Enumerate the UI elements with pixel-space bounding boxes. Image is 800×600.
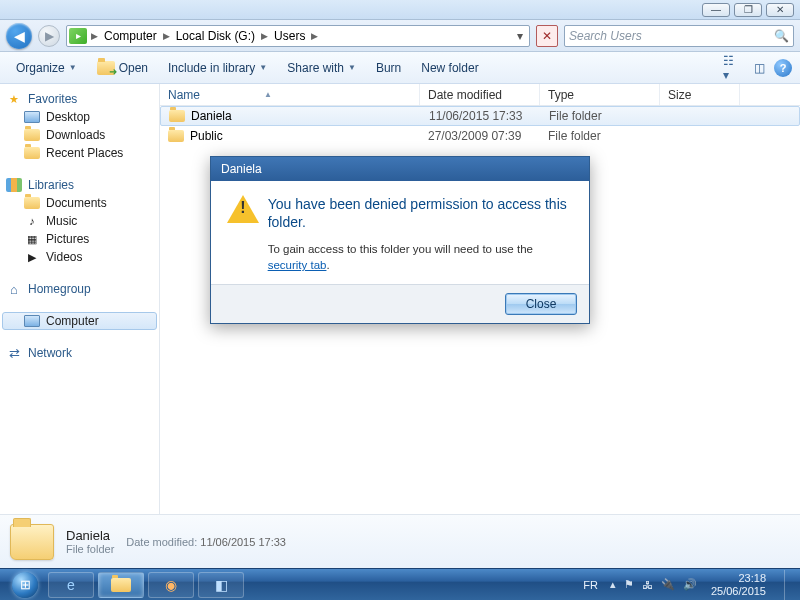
col-type[interactable]: Type <box>540 84 660 105</box>
view-options-button[interactable]: ☷ ▾ <box>722 59 744 77</box>
chevron-down-icon: ▼ <box>69 63 77 72</box>
file-row[interactable]: Daniela 11/06/2015 17:33 File folder <box>160 106 800 126</box>
taskbar: e ◉ ◧ FR ▴ ⚑ 🖧 🔌 🔊 23:18 25/06/2015 <box>0 568 800 600</box>
access-denied-dialog: Daniela You have been denied permission … <box>210 156 590 324</box>
share-with-menu[interactable]: Share with▼ <box>279 58 364 78</box>
star-icon: ★ <box>6 92 22 106</box>
tray-volume-icon[interactable]: 🔊 <box>683 578 697 591</box>
include-library-menu[interactable]: Include in library▼ <box>160 58 275 78</box>
security-tab-link[interactable]: security tab <box>268 259 327 271</box>
dialog-body: To gain access to this folder you will n… <box>268 241 573 273</box>
music-icon: ♪ <box>24 214 40 228</box>
ie-icon: e <box>67 577 75 593</box>
search-placeholder: Search Users <box>569 29 642 43</box>
folder-icon <box>24 129 40 141</box>
libraries-icon <box>6 178 22 192</box>
command-bar: Organize▼ ➜ Open Include in library▼ Sha… <box>0 52 800 84</box>
breadcrumb-users[interactable]: Users <box>270 29 309 43</box>
show-desktop-button[interactable] <box>784 570 794 600</box>
dialog-close-button[interactable]: Close <box>505 293 577 315</box>
nav-documents[interactable]: Documents <box>2 194 157 212</box>
taskbar-clock[interactable]: 23:18 25/06/2015 <box>705 572 772 597</box>
taskbar-ie[interactable]: e <box>48 572 94 598</box>
taskbar-explorer[interactable] <box>98 572 144 598</box>
chevron-down-icon: ▼ <box>348 63 356 72</box>
open-button[interactable]: ➜ Open <box>89 58 156 78</box>
homegroup-icon: ⌂ <box>6 282 22 296</box>
details-type: File folder <box>66 543 114 555</box>
nav-homegroup[interactable]: ⌂Homegroup <box>2 280 157 298</box>
file-type: File folder <box>541 109 661 123</box>
folder-large-icon <box>10 524 54 560</box>
tray-network-icon[interactable]: 🖧 <box>642 579 653 591</box>
desktop-icon <box>24 111 40 123</box>
pictures-icon: ▦ <box>24 232 40 246</box>
search-icon[interactable]: 🔍 <box>774 29 789 43</box>
breadcrumb-disk[interactable]: Local Disk (G:) <box>172 29 259 43</box>
chevron-right-icon[interactable]: ▶ <box>161 31 172 41</box>
folder-icon <box>24 197 40 209</box>
folder-icon <box>169 110 185 122</box>
details-date: Date modified: 11/06/2015 17:33 <box>126 536 286 548</box>
chevron-down-icon: ▼ <box>259 63 267 72</box>
burn-button[interactable]: Burn <box>368 58 409 78</box>
libraries-header[interactable]: Libraries <box>2 176 157 194</box>
nav-network[interactable]: ⇄Network <box>2 344 157 362</box>
file-type: File folder <box>540 129 660 143</box>
organize-menu[interactable]: Organize▼ <box>8 58 85 78</box>
file-name: Daniela <box>191 109 232 123</box>
taskbar-mediaplayer[interactable]: ◉ <box>148 572 194 598</box>
window-titlebar: — ❐ ✕ <box>0 0 800 20</box>
address-stop-button[interactable]: ✕ <box>536 25 558 47</box>
file-date: 11/06/2015 17:33 <box>421 109 541 123</box>
windows-orb-icon <box>12 572 38 598</box>
nav-forward-button[interactable]: ▶ <box>38 25 60 47</box>
dialog-title[interactable]: Daniela <box>211 157 589 181</box>
media-player-icon: ◉ <box>165 577 177 593</box>
favorites-header[interactable]: ★Favorites <box>2 90 157 108</box>
videos-icon: ▶ <box>24 250 40 264</box>
tray-show-hidden-icon[interactable]: ▴ <box>610 578 616 591</box>
maximize-button[interactable]: ❐ <box>734 3 762 17</box>
nav-desktop[interactable]: Desktop <box>2 108 157 126</box>
col-date[interactable]: Date modified <box>420 84 540 105</box>
language-indicator[interactable]: FR <box>579 579 602 591</box>
nav-recent[interactable]: Recent Places <box>2 144 157 162</box>
col-size[interactable]: Size <box>660 84 740 105</box>
app-icon: ◧ <box>215 577 228 593</box>
nav-music[interactable]: ♪Music <box>2 212 157 230</box>
window-close-button[interactable]: ✕ <box>766 3 794 17</box>
address-dropdown-icon[interactable]: ▾ <box>513 29 527 43</box>
nav-back-button[interactable]: ◀ <box>6 23 32 49</box>
file-row[interactable]: Public 27/03/2009 07:39 File folder <box>160 126 800 146</box>
nav-pictures[interactable]: ▦Pictures <box>2 230 157 248</box>
preview-pane-button[interactable]: ◫ <box>748 59 770 77</box>
system-tray: FR ▴ ⚑ 🖧 🔌 🔊 23:18 25/06/2015 <box>579 570 794 600</box>
nav-downloads[interactable]: Downloads <box>2 126 157 144</box>
dialog-heading: You have been denied permission to acces… <box>268 195 573 231</box>
nav-videos[interactable]: ▶Videos <box>2 248 157 266</box>
details-pane: Daniela File folder Date modified: 11/06… <box>0 514 800 568</box>
navigation-pane: ★Favorites Desktop Downloads Recent Plac… <box>0 84 160 514</box>
warning-icon <box>227 195 256 223</box>
new-folder-button[interactable]: New folder <box>413 58 486 78</box>
location-icon: ▸ <box>69 28 87 44</box>
chevron-right-icon[interactable]: ▶ <box>259 31 270 41</box>
col-name[interactable]: Name▲ <box>160 84 420 105</box>
minimize-button[interactable]: — <box>702 3 730 17</box>
column-headers: Name▲ Date modified Type Size <box>160 84 800 106</box>
breadcrumb-computer[interactable]: Computer <box>100 29 161 43</box>
chevron-right-icon[interactable]: ▶ <box>309 31 320 41</box>
nav-computer[interactable]: Computer <box>2 312 157 330</box>
start-button[interactable] <box>6 571 44 599</box>
file-name: Public <box>190 129 223 143</box>
help-button[interactable]: ? <box>774 59 792 77</box>
taskbar-app[interactable]: ◧ <box>198 572 244 598</box>
address-bar[interactable]: ▸ ▶ Computer ▶ Local Disk (G:) ▶ Users ▶… <box>66 25 530 47</box>
chevron-right-icon[interactable]: ▶ <box>89 31 100 41</box>
tray-power-icon[interactable]: 🔌 <box>661 578 675 591</box>
sort-asc-icon: ▲ <box>264 90 272 99</box>
folder-icon <box>111 578 131 592</box>
search-input[interactable]: Search Users 🔍 <box>564 25 794 47</box>
tray-flag-icon[interactable]: ⚑ <box>624 578 634 591</box>
